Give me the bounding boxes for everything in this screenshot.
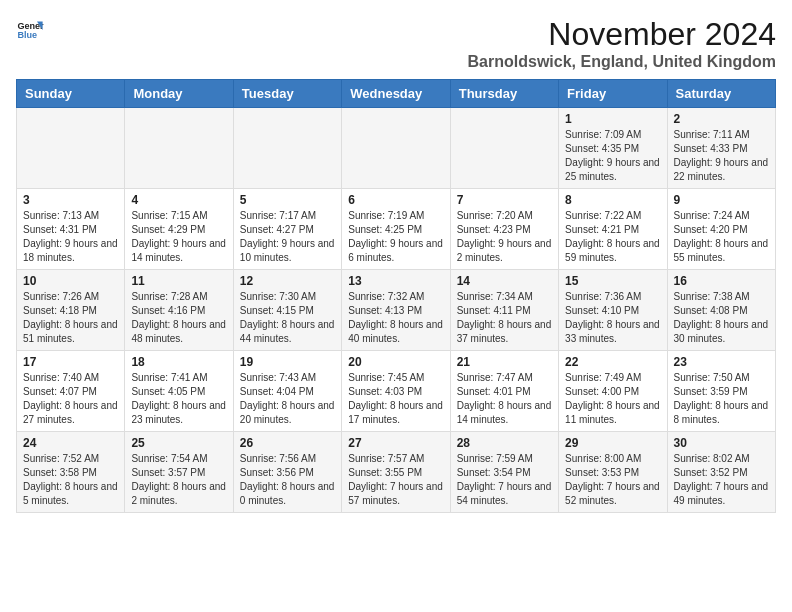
table-row: 16Sunrise: 7:38 AM Sunset: 4:08 PM Dayli… [667,270,775,351]
day-number: 21 [457,355,552,369]
table-row: 12Sunrise: 7:30 AM Sunset: 4:15 PM Dayli… [233,270,341,351]
calendar-table: Sunday Monday Tuesday Wednesday Thursday… [16,79,776,513]
day-info: Sunrise: 7:26 AM Sunset: 4:18 PM Dayligh… [23,290,118,346]
table-row: 2Sunrise: 7:11 AM Sunset: 4:33 PM Daylig… [667,108,775,189]
day-number: 16 [674,274,769,288]
day-number: 4 [131,193,226,207]
day-info: Sunrise: 7:32 AM Sunset: 4:13 PM Dayligh… [348,290,443,346]
logo-icon: General Blue [16,16,44,44]
title-block: November 2024 Barnoldswick, England, Uni… [468,16,776,71]
day-info: Sunrise: 7:30 AM Sunset: 4:15 PM Dayligh… [240,290,335,346]
table-row: 7Sunrise: 7:20 AM Sunset: 4:23 PM Daylig… [450,189,558,270]
day-number: 8 [565,193,660,207]
day-info: Sunrise: 7:59 AM Sunset: 3:54 PM Dayligh… [457,452,552,508]
day-number: 3 [23,193,118,207]
header-saturday: Saturday [667,80,775,108]
table-row: 15Sunrise: 7:36 AM Sunset: 4:10 PM Dayli… [559,270,667,351]
day-number: 1 [565,112,660,126]
day-number: 27 [348,436,443,450]
table-row: 5Sunrise: 7:17 AM Sunset: 4:27 PM Daylig… [233,189,341,270]
day-info: Sunrise: 7:56 AM Sunset: 3:56 PM Dayligh… [240,452,335,508]
day-number: 12 [240,274,335,288]
calendar-week-3: 10Sunrise: 7:26 AM Sunset: 4:18 PM Dayli… [17,270,776,351]
table-row: 17Sunrise: 7:40 AM Sunset: 4:07 PM Dayli… [17,351,125,432]
day-number: 19 [240,355,335,369]
table-row: 13Sunrise: 7:32 AM Sunset: 4:13 PM Dayli… [342,270,450,351]
table-row: 6Sunrise: 7:19 AM Sunset: 4:25 PM Daylig… [342,189,450,270]
svg-text:Blue: Blue [17,30,37,40]
day-info: Sunrise: 8:00 AM Sunset: 3:53 PM Dayligh… [565,452,660,508]
table-row: 9Sunrise: 7:24 AM Sunset: 4:20 PM Daylig… [667,189,775,270]
header-tuesday: Tuesday [233,80,341,108]
table-row: 19Sunrise: 7:43 AM Sunset: 4:04 PM Dayli… [233,351,341,432]
calendar-week-4: 17Sunrise: 7:40 AM Sunset: 4:07 PM Dayli… [17,351,776,432]
calendar-header-row: Sunday Monday Tuesday Wednesday Thursday… [17,80,776,108]
header-friday: Friday [559,80,667,108]
day-info: Sunrise: 7:22 AM Sunset: 4:21 PM Dayligh… [565,209,660,265]
day-number: 30 [674,436,769,450]
table-row: 25Sunrise: 7:54 AM Sunset: 3:57 PM Dayli… [125,432,233,513]
day-number: 10 [23,274,118,288]
table-row [233,108,341,189]
day-info: Sunrise: 7:54 AM Sunset: 3:57 PM Dayligh… [131,452,226,508]
day-info: Sunrise: 7:52 AM Sunset: 3:58 PM Dayligh… [23,452,118,508]
day-number: 13 [348,274,443,288]
table-row: 1Sunrise: 7:09 AM Sunset: 4:35 PM Daylig… [559,108,667,189]
table-row: 30Sunrise: 8:02 AM Sunset: 3:52 PM Dayli… [667,432,775,513]
day-info: Sunrise: 7:13 AM Sunset: 4:31 PM Dayligh… [23,209,118,265]
day-info: Sunrise: 7:41 AM Sunset: 4:05 PM Dayligh… [131,371,226,427]
day-info: Sunrise: 7:47 AM Sunset: 4:01 PM Dayligh… [457,371,552,427]
day-info: Sunrise: 7:09 AM Sunset: 4:35 PM Dayligh… [565,128,660,184]
day-number: 15 [565,274,660,288]
day-number: 18 [131,355,226,369]
day-number: 22 [565,355,660,369]
header-sunday: Sunday [17,80,125,108]
day-number: 2 [674,112,769,126]
header-thursday: Thursday [450,80,558,108]
day-info: Sunrise: 7:40 AM Sunset: 4:07 PM Dayligh… [23,371,118,427]
day-info: Sunrise: 8:02 AM Sunset: 3:52 PM Dayligh… [674,452,769,508]
table-row: 23Sunrise: 7:50 AM Sunset: 3:59 PM Dayli… [667,351,775,432]
table-row: 18Sunrise: 7:41 AM Sunset: 4:05 PM Dayli… [125,351,233,432]
calendar-title: November 2024 [468,16,776,53]
day-number: 6 [348,193,443,207]
table-row [17,108,125,189]
day-info: Sunrise: 7:36 AM Sunset: 4:10 PM Dayligh… [565,290,660,346]
table-row: 8Sunrise: 7:22 AM Sunset: 4:21 PM Daylig… [559,189,667,270]
table-row: 24Sunrise: 7:52 AM Sunset: 3:58 PM Dayli… [17,432,125,513]
logo: General Blue [16,16,44,44]
calendar-week-1: 1Sunrise: 7:09 AM Sunset: 4:35 PM Daylig… [17,108,776,189]
table-row: 10Sunrise: 7:26 AM Sunset: 4:18 PM Dayli… [17,270,125,351]
table-row: 27Sunrise: 7:57 AM Sunset: 3:55 PM Dayli… [342,432,450,513]
day-number: 28 [457,436,552,450]
calendar-subtitle: Barnoldswick, England, United Kingdom [468,53,776,71]
day-number: 26 [240,436,335,450]
day-info: Sunrise: 7:20 AM Sunset: 4:23 PM Dayligh… [457,209,552,265]
page-header: General Blue November 2024 Barnoldswick,… [16,16,776,71]
table-row: 22Sunrise: 7:49 AM Sunset: 4:00 PM Dayli… [559,351,667,432]
table-row: 26Sunrise: 7:56 AM Sunset: 3:56 PM Dayli… [233,432,341,513]
day-info: Sunrise: 7:57 AM Sunset: 3:55 PM Dayligh… [348,452,443,508]
header-wednesday: Wednesday [342,80,450,108]
day-info: Sunrise: 7:50 AM Sunset: 3:59 PM Dayligh… [674,371,769,427]
table-row [450,108,558,189]
day-number: 23 [674,355,769,369]
day-number: 7 [457,193,552,207]
day-info: Sunrise: 7:11 AM Sunset: 4:33 PM Dayligh… [674,128,769,184]
day-number: 5 [240,193,335,207]
header-monday: Monday [125,80,233,108]
table-row: 11Sunrise: 7:28 AM Sunset: 4:16 PM Dayli… [125,270,233,351]
day-number: 29 [565,436,660,450]
day-number: 17 [23,355,118,369]
day-info: Sunrise: 7:43 AM Sunset: 4:04 PM Dayligh… [240,371,335,427]
calendar-week-2: 3Sunrise: 7:13 AM Sunset: 4:31 PM Daylig… [17,189,776,270]
day-info: Sunrise: 7:34 AM Sunset: 4:11 PM Dayligh… [457,290,552,346]
day-info: Sunrise: 7:17 AM Sunset: 4:27 PM Dayligh… [240,209,335,265]
day-info: Sunrise: 7:24 AM Sunset: 4:20 PM Dayligh… [674,209,769,265]
day-info: Sunrise: 7:28 AM Sunset: 4:16 PM Dayligh… [131,290,226,346]
day-info: Sunrise: 7:45 AM Sunset: 4:03 PM Dayligh… [348,371,443,427]
day-info: Sunrise: 7:49 AM Sunset: 4:00 PM Dayligh… [565,371,660,427]
day-number: 20 [348,355,443,369]
table-row: 21Sunrise: 7:47 AM Sunset: 4:01 PM Dayli… [450,351,558,432]
day-number: 25 [131,436,226,450]
